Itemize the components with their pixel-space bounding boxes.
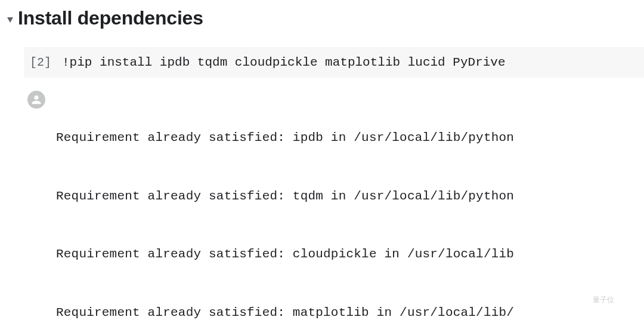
output-line: Requirement already satisfied: tqdm in /… xyxy=(56,187,514,207)
code-cell: [2] !pip install ipdb tqdm cloudpickle m… xyxy=(24,47,644,329)
execution-count: [2] xyxy=(30,56,51,69)
output-line: Requirement already satisfied: matplotli… xyxy=(56,303,514,323)
code-input-row[interactable]: [2] !pip install ipdb tqdm cloudpickle m… xyxy=(24,47,644,78)
collapse-toggle-icon[interactable] xyxy=(7,17,13,23)
section-header: Install dependencies xyxy=(7,7,644,29)
cell-output: Requirement already satisfied: ipdb in /… xyxy=(56,90,514,329)
notebook-section: Install dependencies [2] !pip install ip… xyxy=(0,0,644,329)
code-content: !pip install ipdb tqdm cloudpickle matpl… xyxy=(62,56,506,69)
output-line: Requirement already satisfied: cloudpick… xyxy=(56,245,514,265)
output-row: Requirement already satisfied: ipdb in /… xyxy=(24,90,644,329)
person-icon xyxy=(30,93,43,106)
output-line: Requirement already satisfied: ipdb in /… xyxy=(56,128,514,148)
user-avatar-icon[interactable] xyxy=(27,91,45,109)
section-title: Install dependencies xyxy=(18,7,203,29)
